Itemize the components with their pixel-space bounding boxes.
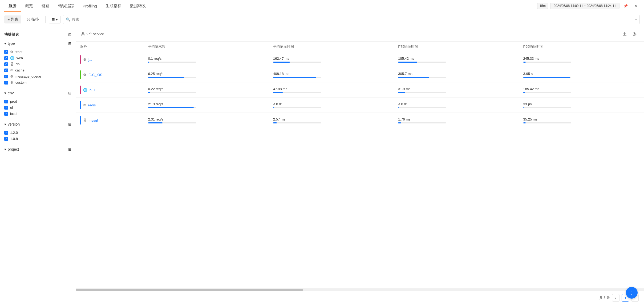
list-item[interactable]: local (4, 111, 71, 117)
nav-item-profiling[interactable]: Profiling (78, 0, 101, 12)
col-service: 服务 (76, 42, 144, 52)
p99-value: 33 μs (523, 102, 640, 106)
filter-type-button[interactable]: ☰ ▾ (49, 16, 61, 23)
type-front-checkbox[interactable] (4, 50, 8, 54)
p75-cell-2: 31.9 ms (394, 82, 519, 98)
filter-section-env-header[interactable]: ▾ env ⊟ (0, 89, 76, 97)
list-item[interactable]: prod (4, 98, 71, 105)
custom-icon: ⚙ (10, 50, 13, 54)
col-avg-req: 平均请求数 (144, 42, 269, 52)
sidebar-header: 快捷筛选 ⊡ (0, 30, 76, 39)
avg-req-value: 0.1 req/s (148, 57, 265, 61)
p75-value: 185.42 ms (398, 57, 515, 61)
p75-cell-0: 185.42 ms (394, 52, 519, 67)
filter-section-version: ▾ version ⊟ 1.2.0 1.0.8 (0, 120, 76, 144)
p75-value: 305.7 ms (398, 72, 515, 76)
time-period-badge[interactable]: 15m (537, 3, 548, 9)
list-view-button[interactable]: ≡ 列表 (4, 15, 21, 23)
list-item[interactable]: ⚙ message_queue (4, 73, 71, 79)
p75-bar (398, 62, 417, 63)
search-input[interactable] (72, 17, 634, 22)
pin-button[interactable]: 📌 (622, 2, 630, 10)
service-name[interactable]: j... (88, 58, 92, 62)
service-indicator (80, 101, 81, 109)
service-type-icon: ≋ (83, 103, 86, 107)
avg-resp-bar (273, 107, 274, 108)
refresh-button[interactable]: ↻ (632, 2, 640, 10)
nav-item-data-forward[interactable]: 数据转发 (126, 0, 150, 12)
avg-req-cell-1: 6.25 req/s (144, 67, 269, 82)
type-mq-checkbox[interactable] (4, 75, 8, 78)
env-prod-checkbox[interactable] (4, 100, 8, 103)
nav-item-services[interactable]: 服务 (4, 0, 21, 12)
export-button[interactable] (621, 30, 629, 38)
list-item[interactable]: 1.2.0 (4, 130, 71, 136)
type-cache-checkbox[interactable] (4, 69, 8, 72)
avg-req-bar (148, 62, 149, 63)
p75-bar-bg (398, 92, 446, 93)
prev-page-button[interactable]: ‹ (612, 294, 619, 302)
type-custom-checkbox[interactable] (4, 81, 8, 85)
nav-item-metrics[interactable]: 生成指标 (101, 0, 126, 12)
project-filter-clear-icon[interactable]: ⊟ (68, 147, 71, 151)
version-108-checkbox[interactable] (4, 137, 8, 141)
type-web-checkbox[interactable] (4, 56, 8, 60)
list-item[interactable]: 🗄 db (4, 61, 71, 67)
avg-req-bar-bg (148, 122, 196, 123)
env-oi-checkbox[interactable] (4, 106, 8, 110)
service-name[interactable]: F..C_iOS (88, 73, 102, 77)
service-cell-4: 🗄 mysql (76, 113, 144, 128)
type-db-checkbox[interactable] (4, 62, 8, 66)
list-item[interactable]: ≋ cache (4, 67, 71, 73)
version-filter-clear-icon[interactable]: ⊟ (68, 122, 71, 126)
project-chevron-icon: ▾ (4, 147, 6, 151)
p99-bar-bg (523, 107, 571, 108)
service-type-icon: 🌐 (83, 88, 87, 92)
service-cell-0: ⚙ j... (76, 52, 144, 67)
nav-item-overview[interactable]: 概览 (21, 0, 37, 12)
type-label: type (8, 41, 15, 46)
env-filter-clear-icon[interactable]: ⊟ (68, 91, 71, 95)
avg-resp-cell-3: < 0.01 (269, 98, 394, 113)
list-item[interactable]: ⚙ custom (4, 79, 71, 86)
version-120-checkbox[interactable] (4, 131, 8, 135)
p75-bar (398, 92, 405, 93)
list-item[interactable]: oi (4, 105, 71, 111)
nav-item-error-tracking[interactable]: 错误追踪 (54, 0, 78, 12)
type-filter-clear-icon[interactable]: ⊟ (68, 41, 71, 46)
service-name[interactable]: redis (88, 103, 96, 107)
filter-section-project-header[interactable]: ▾ project ⊟ (0, 145, 76, 154)
search-dropdown-arrow[interactable]: ▾ (635, 18, 637, 21)
avg-req-value: 2.31 req/s (148, 117, 265, 121)
type-mq-label: message_queue (15, 74, 41, 78)
p99-value: 3.95 s (523, 72, 640, 76)
col-p99: P99响应时间 (519, 42, 644, 52)
time-range-display[interactable]: 2024/05/08 14:09:11 ~ 2024/05/08 14:24:1… (550, 3, 619, 9)
filter-section-type-header[interactable]: ▾ type ⊟ (0, 39, 76, 48)
avg-resp-bar-bg (273, 122, 321, 123)
service-name[interactable]: mysql (89, 118, 98, 122)
list-item[interactable]: ⚙ front (4, 49, 71, 55)
list-item[interactable]: 🌐 web (4, 55, 71, 61)
avg-resp-cell-2: 47.88 ms (269, 82, 394, 98)
p99-bar-bg (523, 92, 571, 93)
main-layout: 快捷筛选 ⊡ ▾ type ⊟ ⚙ front 🌐 (0, 27, 644, 305)
list-icon: ≡ (7, 17, 10, 22)
table-settings-button[interactable] (631, 30, 639, 38)
env-local-checkbox[interactable] (4, 112, 8, 116)
service-cell-1: ⚙ F..C_iOS (76, 67, 144, 82)
filter-section-version-header[interactable]: ▾ version ⊟ (0, 120, 76, 129)
list-item[interactable]: 1.0.8 (4, 136, 71, 142)
sidebar-collapse-icon[interactable]: ⊡ (68, 33, 71, 37)
fab-button[interactable]: ⋮ (626, 287, 638, 299)
topo-view-button[interactable]: ⌘ 拓扑 (23, 15, 42, 23)
avg-req-cell-0: 0.1 req/s (144, 52, 269, 67)
p75-bar (398, 122, 401, 123)
p75-bar (398, 107, 399, 108)
version-filter-items: 1.2.0 1.0.8 (0, 129, 76, 144)
service-name[interactable]: b...i (90, 88, 95, 92)
service-cell-3: ≋ redis (76, 98, 144, 113)
nav-item-trace[interactable]: 链路 (37, 0, 54, 12)
chevron-down-icon: ▾ (4, 41, 6, 46)
horizontal-scrollbar[interactable] (76, 288, 644, 291)
